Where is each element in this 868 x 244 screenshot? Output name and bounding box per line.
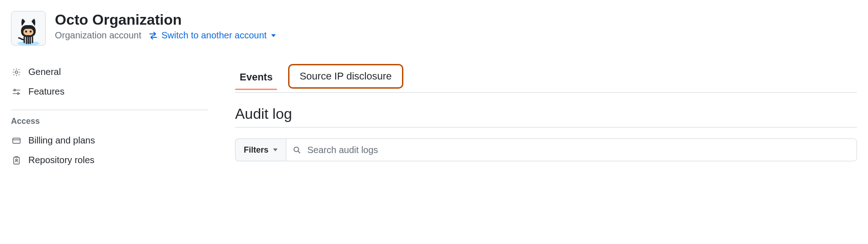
sidebar-item-billing[interactable]: Billing and plans (11, 131, 208, 150)
tabbar: Events Source IP disclosure (235, 62, 857, 93)
tab-label: Events (240, 71, 273, 83)
dropdown-caret-icon (273, 149, 278, 151)
svg-point-5 (15, 71, 18, 74)
id-badge-icon (11, 156, 22, 165)
sidebar-label: Features (28, 86, 64, 97)
sidebar-divider (11, 110, 208, 110)
octocat-icon (14, 16, 43, 45)
svg-point-11 (294, 147, 299, 152)
search-row: Filters (235, 138, 857, 161)
svg-point-10 (16, 159, 17, 160)
heading-divider (235, 127, 857, 127)
svg-rect-6 (14, 89, 16, 91)
sidebar-item-general[interactable]: General (11, 62, 208, 82)
dropdown-caret-icon (271, 34, 276, 37)
search-box[interactable] (286, 138, 857, 161)
credit-card-icon (11, 136, 22, 145)
filters-button[interactable]: Filters (235, 138, 286, 161)
tab-source-ip-disclosure[interactable]: Source IP disclosure (288, 64, 403, 89)
tab-label: Source IP disclosure (300, 70, 391, 82)
sidebar-label: Repository roles (28, 155, 95, 165)
sidebar-item-features[interactable]: Features (11, 82, 208, 101)
svg-rect-7 (18, 92, 19, 94)
swap-icon (149, 31, 158, 40)
switch-account-link[interactable]: Switch to another account (149, 30, 276, 41)
svg-rect-2 (23, 29, 33, 35)
switch-account-label: Switch to another account (161, 30, 267, 41)
main-content: Events Source IP disclosure Audit log Fi… (235, 62, 857, 170)
account-type-label: Organization account (55, 30, 141, 41)
org-name: Octo Organization (55, 11, 276, 28)
sidebar-label: Billing and plans (28, 135, 95, 146)
sliders-icon (11, 87, 22, 96)
search-input[interactable] (306, 144, 850, 156)
svg-point-3 (25, 31, 27, 32)
tab-events[interactable]: Events (235, 65, 277, 90)
org-avatar (11, 11, 46, 46)
gear-icon (11, 68, 22, 77)
filters-label: Filters (244, 145, 268, 155)
sidebar: General Features Access (11, 62, 208, 170)
svg-point-4 (30, 31, 32, 32)
page-heading: Audit log (235, 106, 857, 122)
sidebar-section-access: Access (11, 117, 208, 126)
search-icon (293, 146, 301, 154)
sidebar-item-repository-roles[interactable]: Repository roles (11, 150, 208, 170)
svg-rect-8 (13, 138, 20, 143)
org-header: Octo Organization Organization account S… (0, 0, 868, 46)
sidebar-label: General (28, 67, 61, 77)
